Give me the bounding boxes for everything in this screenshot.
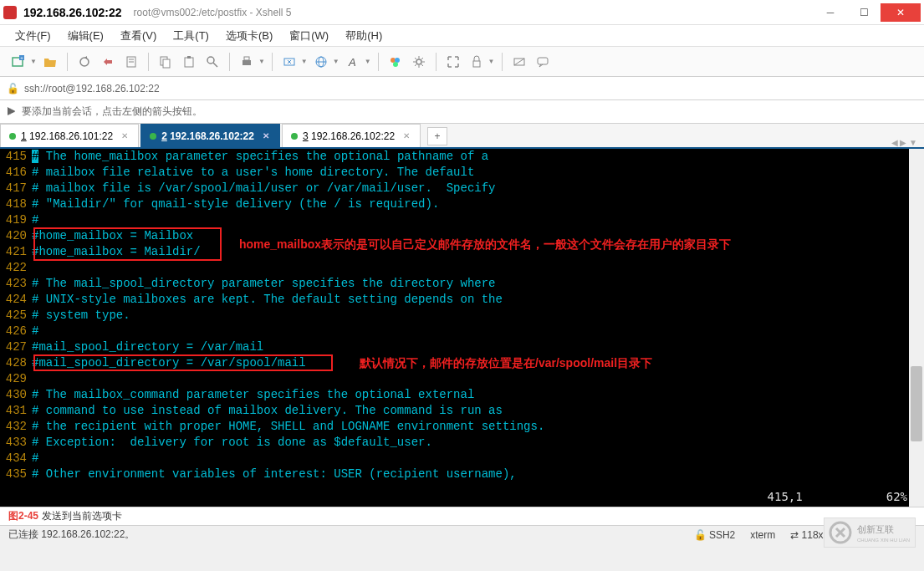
svg-point-11 bbox=[207, 57, 214, 64]
svg-rect-8 bbox=[163, 59, 170, 68]
svg-rect-27 bbox=[538, 58, 548, 64]
lock-small-icon: 🔓 bbox=[7, 83, 19, 94]
menu-tool[interactable]: 工具(T) bbox=[166, 27, 216, 45]
hint-text: 要添加当前会话，点击左侧的箭头按钮。 bbox=[22, 105, 202, 119]
tab-close-icon[interactable]: ✕ bbox=[403, 131, 410, 140]
title-bar: 192.168.26.102:22 root@vms002:/etc/postf… bbox=[0, 0, 924, 25]
print-icon[interactable] bbox=[237, 52, 257, 72]
vim-status: 415,1 62% bbox=[768, 490, 907, 503]
chat-icon[interactable] bbox=[533, 52, 553, 72]
copy-icon[interactable] bbox=[156, 52, 176, 72]
dropdown-caret-icon[interactable]: ▼ bbox=[488, 58, 495, 65]
hint-bar: ⯈ 要添加当前会话，点击左侧的箭头按钮。 bbox=[0, 100, 924, 124]
minimize-button[interactable]: ─ bbox=[814, 3, 847, 22]
status-ssh: 🔓 SSH2 bbox=[694, 529, 736, 541]
svg-point-23 bbox=[416, 59, 421, 64]
send-target-text: 发送到当前选项卡 bbox=[42, 509, 122, 523]
svg-rect-24 bbox=[473, 61, 480, 67]
menu-edit[interactable]: 编辑(E) bbox=[61, 27, 110, 45]
svg-line-26 bbox=[514, 59, 524, 65]
transfer-icon[interactable] bbox=[279, 52, 299, 72]
dropdown-caret-icon[interactable]: ▼ bbox=[365, 58, 371, 65]
menu-bar: 文件(F) 编辑(E) 查看(V) 工具(T) 选项卡(B) 窗口(W) 帮助(… bbox=[0, 25, 924, 47]
properties-icon[interactable] bbox=[121, 52, 141, 72]
svg-text:+: + bbox=[20, 55, 23, 60]
svg-text:A: A bbox=[348, 56, 356, 69]
globe-icon[interactable] bbox=[311, 52, 331, 72]
close-button[interactable]: ✕ bbox=[881, 3, 921, 22]
menu-window[interactable]: 窗口(W) bbox=[283, 27, 335, 45]
maximize-button[interactable]: ☐ bbox=[847, 3, 881, 22]
tab-nav[interactable]: ◀ ▶ ▼ bbox=[891, 138, 924, 147]
status-dot-icon bbox=[291, 133, 298, 140]
svg-text:创新互联: 创新互联 bbox=[857, 524, 894, 534]
svg-rect-10 bbox=[187, 56, 191, 59]
app-icon bbox=[3, 6, 17, 19]
terminal[interactable]: 415# The home_mailbox parameter specifie… bbox=[0, 149, 924, 507]
svg-rect-9 bbox=[185, 58, 193, 67]
address-url[interactable]: ssh://root@192.168.26.102:22 bbox=[24, 83, 160, 94]
title-path: root@vms002:/etc/postfix - Xshell 5 bbox=[134, 7, 292, 18]
font-icon[interactable]: A bbox=[343, 52, 363, 72]
open-icon[interactable] bbox=[40, 52, 60, 72]
address-bar: 🔓 ssh://root@192.168.26.102:22 bbox=[0, 77, 924, 100]
svg-line-12 bbox=[213, 63, 217, 67]
find-icon[interactable] bbox=[202, 52, 222, 72]
session-tab-2[interactable]: 2 192.168.26.102:22 ✕ bbox=[140, 124, 280, 147]
figure-label: 图2-45 bbox=[8, 509, 38, 523]
watermark-logo: 创新互联CHUANG XIN HU LIAN bbox=[824, 517, 916, 548]
annotation-text-2: 默认情况下，邮件的存放位置是在/var/spool/mail目录下 bbox=[360, 356, 652, 371]
session-tab-3[interactable]: 3 192.168.26.102:22 ✕ bbox=[282, 124, 421, 147]
disconnect-icon[interactable] bbox=[98, 52, 118, 72]
scrollbar[interactable] bbox=[909, 149, 924, 507]
menu-file[interactable]: 文件(F) bbox=[8, 27, 58, 45]
hide-icon[interactable] bbox=[509, 52, 529, 72]
session-tab-1[interactable]: 1 192.168.26.101:22 ✕ bbox=[0, 124, 139, 147]
status-bar: 已连接 192.168.26.102:22。 🔓 SSH2 xterm ⇄ 11… bbox=[0, 525, 924, 543]
bottom-bar: 图2-45 发送到当前选项卡 bbox=[0, 507, 924, 525]
toolbar: + ▼ ▼ ▼ ▼ A ▼ ▼ bbox=[0, 47, 924, 77]
gear-icon[interactable] bbox=[409, 52, 429, 72]
paste-icon[interactable] bbox=[179, 52, 199, 72]
annotation-text-1: home_mailbox表示的是可以自己定义邮件存放的文件名，一般这个文件会存在… bbox=[239, 237, 731, 252]
svg-text:CHUANG XIN HU LIAN: CHUANG XIN HU LIAN bbox=[857, 538, 910, 543]
dropdown-caret-icon[interactable]: ▼ bbox=[333, 58, 339, 65]
new-tab-button[interactable]: + bbox=[427, 127, 447, 145]
svg-rect-14 bbox=[244, 57, 249, 60]
new-session-icon[interactable]: + bbox=[8, 52, 28, 72]
status-dot-icon bbox=[150, 133, 156, 140]
dropdown-caret-icon[interactable]: ▼ bbox=[30, 58, 37, 65]
menu-tab[interactable]: 选项卡(B) bbox=[219, 27, 279, 45]
lock-icon[interactable] bbox=[467, 52, 487, 72]
tab-close-icon[interactable]: ✕ bbox=[121, 131, 128, 140]
tab-bar: 1 192.168.26.101:22 ✕ 2 192.168.26.102:2… bbox=[0, 124, 924, 149]
svg-rect-13 bbox=[242, 60, 251, 65]
arrow-icon[interactable]: ⯈ bbox=[7, 106, 17, 118]
tab-close-icon[interactable]: ✕ bbox=[263, 131, 269, 140]
dropdown-caret-icon[interactable]: ▼ bbox=[258, 58, 265, 65]
menu-help[interactable]: 帮助(H) bbox=[339, 27, 389, 45]
connection-status: 已连接 192.168.26.102:22。 bbox=[8, 528, 135, 542]
fullscreen-icon[interactable] bbox=[443, 52, 463, 72]
dropdown-caret-icon[interactable]: ▼ bbox=[301, 58, 308, 65]
color-icon[interactable] bbox=[385, 52, 406, 72]
status-term: xterm bbox=[750, 529, 775, 541]
status-dot-icon bbox=[9, 133, 16, 140]
title-ip: 192.168.26.102:22 bbox=[23, 6, 122, 19]
reconnect-icon[interactable] bbox=[74, 52, 94, 72]
svg-point-3 bbox=[80, 58, 89, 66]
svg-point-22 bbox=[393, 62, 398, 67]
menu-view[interactable]: 查看(V) bbox=[114, 27, 163, 45]
